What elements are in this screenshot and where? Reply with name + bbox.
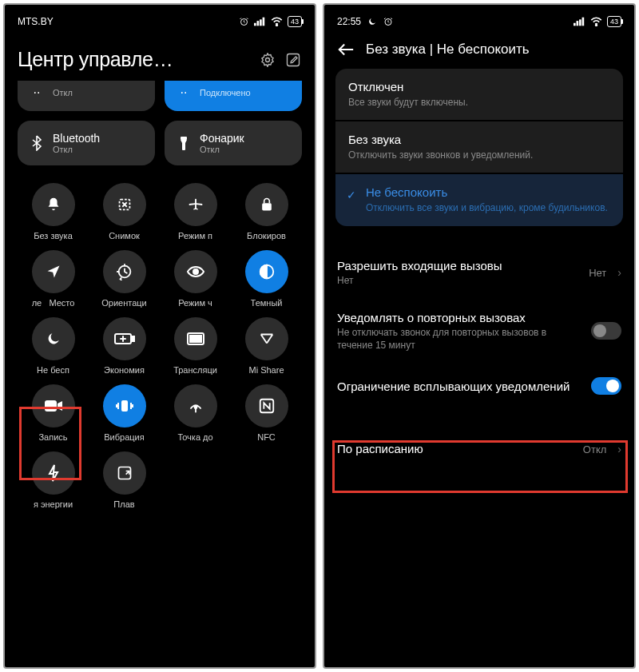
mishare-icon bbox=[258, 330, 276, 348]
tile-dark[interactable]: Темный bbox=[231, 250, 302, 308]
tiles-grid: Без звука Снимок Режим п Блокиров ле Мес… bbox=[5, 165, 315, 509]
tile-mute[interactable]: Без звука bbox=[18, 183, 89, 241]
rotate-icon bbox=[116, 263, 133, 280]
cast-icon bbox=[186, 331, 205, 347]
svg-point-6 bbox=[266, 58, 270, 62]
cc-header: Центр управле… bbox=[5, 32, 315, 81]
plane-icon bbox=[187, 196, 204, 213]
edit-icon[interactable] bbox=[284, 51, 302, 69]
status-icons: 43 bbox=[239, 16, 302, 27]
svg-point-12 bbox=[193, 269, 198, 274]
bolt-icon bbox=[47, 464, 60, 482]
tile-cast[interactable]: Трансляци bbox=[160, 317, 231, 375]
svg-rect-1 bbox=[254, 23, 256, 26]
row-popup-limit[interactable]: Ограничение всплывающих уведомлений bbox=[324, 363, 634, 409]
tile-screenshot[interactable]: Снимок bbox=[89, 183, 160, 241]
svg-rect-2 bbox=[257, 21, 260, 26]
battery-icon: 43 bbox=[288, 16, 302, 27]
toggle-popup[interactable] bbox=[591, 377, 621, 395]
toggle-repeat[interactable] bbox=[591, 322, 621, 340]
tile-lock[interactable]: Блокиров bbox=[231, 183, 302, 241]
big-tile-left-cut[interactable]: ·· Откл bbox=[18, 81, 155, 111]
page-title: Без звука | Не беспокоить bbox=[366, 42, 530, 58]
svg-rect-26 bbox=[579, 19, 581, 26]
tile-hotspot[interactable]: Точка до bbox=[160, 384, 231, 442]
float-icon bbox=[117, 465, 133, 481]
moon-icon bbox=[367, 17, 377, 26]
tile-battery-saver[interactable]: Экономия bbox=[89, 317, 160, 375]
svg-rect-17 bbox=[190, 336, 201, 342]
battery-icon: 43 bbox=[607, 16, 621, 27]
settings-screen: 22:55 43 Без звука | Не беспокоить Отклю… bbox=[323, 3, 636, 669]
svg-rect-3 bbox=[260, 19, 262, 26]
vibrate-icon bbox=[115, 398, 134, 414]
tile-nfc[interactable]: NFC bbox=[231, 384, 302, 442]
location-icon bbox=[46, 264, 62, 280]
svg-point-5 bbox=[276, 24, 278, 26]
mode-off[interactable]: Отключен Все звуки будут включены. bbox=[335, 69, 623, 120]
alarm-icon bbox=[383, 17, 393, 26]
check-icon: ✓ bbox=[347, 189, 356, 201]
mode-silent[interactable]: Без звука Отключить звуки звонков и увед… bbox=[335, 121, 623, 173]
status-bar: 22:55 43 bbox=[324, 5, 634, 32]
battery-icon bbox=[114, 332, 135, 345]
carrier-label: MTS.BY bbox=[18, 16, 54, 27]
wifi-icon bbox=[271, 17, 283, 26]
bell-icon bbox=[45, 196, 62, 213]
time-label: 22:55 bbox=[337, 16, 361, 27]
page-header: Без звука | Не беспокоить bbox=[324, 32, 634, 69]
settings-icon[interactable] bbox=[259, 51, 276, 69]
flashlight-icon bbox=[176, 135, 192, 151]
signal-icon bbox=[254, 17, 266, 26]
row-repeat-calls[interactable]: Уведомлять о повторных вызовах Не отключ… bbox=[324, 299, 634, 364]
alarm-icon bbox=[239, 17, 249, 26]
svg-point-28 bbox=[596, 24, 597, 26]
eye-icon bbox=[186, 264, 205, 279]
mode-dnd[interactable]: ✓ Не беспокоить Отключить все звуки и ви… bbox=[335, 174, 623, 225]
moon-icon bbox=[46, 331, 62, 347]
dark-icon bbox=[258, 263, 276, 280]
tile-reading[interactable]: Режим ч bbox=[160, 250, 231, 308]
scissors-icon bbox=[116, 196, 133, 213]
record-icon bbox=[44, 399, 63, 413]
back-button[interactable] bbox=[337, 42, 355, 57]
tile-vibrate[interactable]: Вибрация bbox=[89, 384, 160, 442]
mode-list: Отключен Все звуки будут включены. Без з… bbox=[324, 69, 634, 226]
bluetooth-icon bbox=[29, 135, 45, 151]
row-schedule[interactable]: По расписанию Откл › bbox=[324, 430, 634, 468]
tile-location[interactable]: ле Место bbox=[18, 250, 89, 308]
nfc-icon bbox=[258, 397, 276, 415]
control-center-screen: MTS.BY 43 Центр управле… ·· Откл ·· Подк… bbox=[3, 3, 316, 669]
lock-icon bbox=[259, 196, 275, 213]
svg-rect-10 bbox=[262, 203, 272, 210]
svg-rect-27 bbox=[582, 18, 585, 26]
bluetooth-tile[interactable]: Bluetooth Откл bbox=[18, 121, 155, 165]
svg-rect-19 bbox=[121, 400, 128, 412]
tile-mishare[interactable]: Mi Share bbox=[231, 317, 302, 375]
chevron-right-icon: › bbox=[617, 443, 621, 455]
svg-rect-8 bbox=[181, 137, 187, 140]
status-bar: MTS.BY 43 bbox=[5, 5, 315, 32]
row-incoming-calls[interactable]: Разрешить входящие вызовы Нет Нет › bbox=[324, 247, 634, 299]
tile-energy[interactable]: я энергии bbox=[18, 451, 89, 509]
tile-float[interactable]: Плав bbox=[89, 451, 160, 509]
flashlight-tile[interactable]: Фонарик Откл bbox=[165, 121, 302, 165]
svg-rect-4 bbox=[263, 18, 265, 26]
cc-title: Центр управле… bbox=[18, 48, 251, 71]
tile-dnd[interactable]: Не бесп bbox=[18, 317, 89, 375]
svg-rect-18 bbox=[45, 400, 57, 412]
svg-rect-25 bbox=[577, 21, 579, 26]
big-tile-right-cut[interactable]: ·· Подключено bbox=[165, 81, 302, 111]
tile-record[interactable]: Запись bbox=[18, 384, 89, 442]
tile-rotation[interactable]: Ориентаци bbox=[89, 250, 160, 308]
chevron-right-icon: › bbox=[617, 266, 621, 279]
signal-icon bbox=[574, 17, 585, 26]
tile-airplane[interactable]: Режим п bbox=[160, 183, 231, 241]
svg-rect-24 bbox=[574, 23, 576, 26]
svg-rect-15 bbox=[133, 336, 134, 341]
wifi-icon bbox=[590, 17, 602, 26]
hotspot-icon bbox=[187, 398, 204, 414]
